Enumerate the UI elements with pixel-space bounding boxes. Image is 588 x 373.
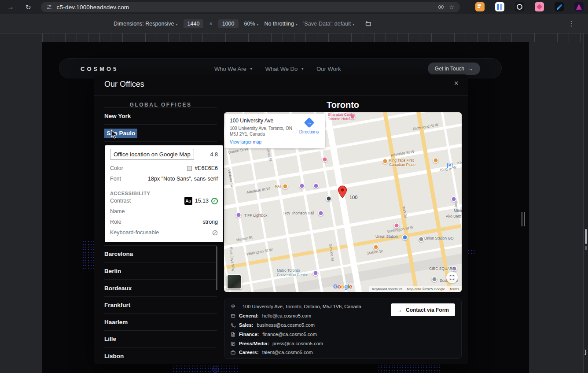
fullscreen-control[interactable] — [446, 272, 458, 283]
rotate-device-icon[interactable] — [364, 20, 372, 27]
office-item-lisbon[interactable]: Lisbon — [104, 347, 217, 364]
tooltip-font-row: Font 18px "Noto Sans", sans-serif — [110, 174, 218, 184]
terms-link[interactable]: Terms — [449, 287, 459, 291]
times-separator: × — [209, 21, 212, 27]
map-pin-icon[interactable] — [338, 185, 347, 199]
map-poi-marker[interactable] — [313, 270, 319, 276]
google-logo[interactable]: Google — [333, 283, 352, 290]
map-poi-marker[interactable] — [432, 277, 437, 282]
map-attribution: Keyboard shortcuts Map data ©2025 Google… — [369, 286, 462, 292]
map-poi-marker[interactable] — [236, 212, 242, 218]
reload-icon[interactable]: ↻ — [26, 4, 31, 11]
email-link[interactable]: business@ca.cosmo5.com — [257, 322, 315, 328]
email-link[interactable]: talent@ca.cosmo5.com — [262, 350, 313, 355]
selected-office-highlight[interactable]: São Paulo — [104, 129, 137, 138]
email-link[interactable]: finance@ca.cosmo5.com — [262, 332, 317, 337]
save-data-dropdown[interactable]: 'Save-Data': default▾ — [303, 21, 354, 27]
map-poi-marker[interactable] — [283, 184, 288, 189]
tune-icon[interactable] — [46, 4, 52, 10]
site-nav: Who We Are▾ What We Do▾ Our Work — [214, 66, 341, 72]
extension-icon-3[interactable] — [515, 2, 524, 11]
height-input[interactable]: 1000 — [218, 19, 239, 28]
map-poi-marker[interactable] — [402, 235, 408, 240]
kebab-menu-icon[interactable]: ⋮ — [568, 19, 575, 28]
view-larger-map-link[interactable]: View larger map — [230, 140, 320, 144]
zoom-dropdown[interactable]: 60%▾ — [244, 21, 259, 27]
scrollbar-thumb[interactable] — [585, 246, 587, 250]
panel-drag-handle[interactable] — [522, 212, 525, 226]
inspect-tooltip: Office location on Google Map 4.8 Color … — [105, 145, 223, 242]
inspected-element-name: Office location on Google Map — [110, 149, 194, 160]
office-list-scrollbar[interactable] — [216, 246, 217, 290]
map-poi-marker[interactable] — [451, 196, 457, 202]
get-in-touch-button[interactable]: Get in Touch→ — [428, 63, 480, 75]
contact-via-form-button[interactable]: → Contact via Form — [391, 303, 455, 316]
close-icon[interactable]: × — [454, 79, 459, 88]
map-poi-label: Ako Barb — [446, 214, 461, 218]
office-item-lille[interactable]: Lille — [104, 330, 217, 347]
map-canvas[interactable]: 100 100 University Ave 100 University Av… — [224, 112, 462, 292]
dotted-decoration — [82, 240, 94, 270]
office-item-new-york[interactable]: New York — [104, 107, 217, 125]
dimensions-dropdown[interactable]: Dimensions: Responsive▾ — [114, 21, 178, 27]
map-poi-marker[interactable] — [299, 183, 305, 189]
throttling-dropdown[interactable]: No throttling▾ — [265, 21, 298, 27]
map-poi-marker[interactable]: M — [447, 163, 452, 168]
location-pin-icon — [231, 304, 235, 309]
map-poi-marker[interactable] — [419, 236, 424, 242]
map-poi-marker[interactable] — [322, 157, 328, 162]
map-info-card: 100 University Ave 100 University Ave, T… — [225, 114, 325, 148]
contact-address-row: 100 University Ave, Toronto, Ontario, M5… — [231, 303, 361, 310]
browser-toolbar: → ↻ c5-dev.1000headsdev.com ☆ — [0, 0, 588, 14]
email-link[interactable]: hello@ca.cosmo5.com — [262, 313, 311, 318]
extension-icon-6[interactable] — [574, 2, 584, 11]
map-poi-marker[interactable] — [318, 211, 324, 216]
extension-icon-4[interactable] — [535, 2, 544, 11]
directions-control[interactable]: → Directions — [297, 119, 321, 134]
map-poi-label: Union Station — [375, 234, 398, 239]
google-logo-letter: o — [341, 283, 344, 290]
tooltip-keyboard-row: Keyboard-focusable — [110, 227, 218, 238]
map-poi-label: Sheraton Centre Toronto Hotel — [328, 112, 355, 121]
scrollbar-thumb[interactable] — [585, 229, 587, 244]
office-item-haarlem[interactable]: Haarlem — [104, 314, 217, 331]
office-item-barcelona[interactable]: Barcelona — [104, 245, 217, 262]
extension-icon-5[interactable] — [555, 2, 564, 11]
office-item-berlin[interactable]: Berlin — [104, 262, 217, 280]
tooltip-name-row: Name — [110, 206, 218, 217]
map-poi-marker[interactable] — [433, 158, 439, 163]
nav-our-work[interactable]: Our Work — [316, 66, 341, 72]
google-logo-letter: G — [333, 283, 338, 290]
contrast-sample-badge: Aa — [184, 197, 192, 205]
map-poi-marker[interactable] — [382, 159, 388, 164]
map-poi-marker[interactable] — [326, 196, 332, 202]
office-item-sao-paulo[interactable]: São Paulo — [104, 125, 217, 142]
not-focusable-icon — [212, 230, 218, 236]
site-logo[interactable]: COSMO5 — [81, 66, 118, 72]
expand-arrows-icon — [449, 275, 455, 280]
extension-icon-2[interactable] — [495, 2, 504, 11]
directions-icon[interactable]: → — [304, 117, 314, 128]
address-bar[interactable]: c5-dev.1000headsdev.com ☆ — [41, 2, 460, 12]
width-input[interactable]: 1440 — [184, 19, 204, 28]
contact-sales-row: Sales:business@ca.cosmo5.com — [231, 322, 315, 328]
contact-general-row: General:hello@ca.cosmo5.com — [231, 313, 311, 319]
office-item-frankfurt[interactable]: Frankfurt — [104, 296, 217, 314]
extension-icon-1[interactable] — [475, 2, 485, 11]
chevron-down-icon: ▾ — [353, 22, 354, 26]
map-poi-marker[interactable] — [313, 183, 319, 189]
bookmark-star-icon[interactable]: ☆ — [449, 4, 455, 11]
map-poi-label: Union Station GO — [424, 236, 454, 240]
nav-what-we-do[interactable]: What We Do▾ — [265, 66, 303, 72]
nav-who-we-are[interactable]: Who We Are▾ — [214, 66, 252, 72]
map-poi-marker[interactable] — [373, 244, 379, 250]
office-item-bordeaux[interactable]: Bordeaux — [104, 280, 217, 297]
directions-label[interactable]: Directions — [297, 129, 321, 134]
email-link[interactable]: press@ca.cosmo5.com — [272, 341, 323, 346]
keyboard-shortcuts-link[interactable]: Keyboard shortcuts — [372, 287, 402, 291]
map-poi-marker[interactable] — [394, 223, 400, 229]
eye-off-icon[interactable] — [437, 4, 445, 11]
url-text[interactable]: c5-dev.1000headsdev.com — [57, 4, 433, 11]
satellite-thumbnail[interactable] — [227, 274, 242, 289]
forward-icon[interactable]: → — [7, 4, 14, 11]
